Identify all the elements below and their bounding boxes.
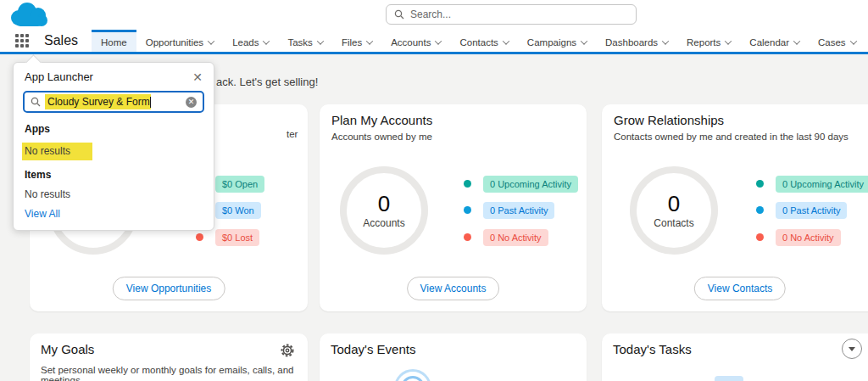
donut-label: Accounts (363, 217, 404, 229)
app-launcher-icon[interactable] (15, 34, 34, 49)
legend-dot-teal-icon (464, 180, 471, 188)
tab-leads[interactable]: Leads (223, 30, 278, 52)
apps-section-header: Apps (25, 123, 203, 135)
legend-row: 0 Past Activity (464, 201, 554, 219)
chevron-down-icon[interactable] (793, 37, 800, 44)
chevron-down-icon[interactable] (662, 37, 669, 44)
donut-label: Contacts (654, 217, 693, 229)
contacts-donut-chart: 0 Contacts (630, 166, 718, 255)
legend-row: 0 No Activity (464, 228, 548, 246)
search-icon (394, 9, 404, 20)
tab-opportunities[interactable]: Opportunities (136, 30, 223, 52)
tab-home[interactable]: Home (92, 30, 136, 52)
upcoming-activity-badge: 0 Upcoming Activity (776, 176, 868, 193)
card-subtitle: Accounts owned by me (331, 132, 432, 142)
items-section-header: Items (25, 169, 203, 181)
nav-tabs: Home Opportunities Leads Tasks Files Acc… (92, 30, 865, 52)
lost-amount-badge: $0 Lost (215, 229, 259, 246)
chevron-down-icon[interactable] (725, 37, 732, 44)
apps-no-results-text: No results (22, 143, 92, 160)
legend-row: 0 Upcoming Activity (756, 175, 868, 193)
tasks-menu-chevron-icon[interactable] (842, 339, 862, 359)
tab-accounts[interactable]: Accounts (381, 30, 450, 52)
won-amount-badge: $0 Won (215, 202, 261, 219)
clear-search-icon[interactable]: ✕ (186, 97, 197, 108)
upcoming-activity-badge: 0 Upcoming Activity (483, 176, 578, 193)
legend-dot-blue-icon (756, 206, 764, 214)
legend-dot-red-icon (756, 233, 764, 241)
tab-dashboards[interactable]: Dashboards (596, 30, 677, 52)
text-caret (150, 97, 151, 108)
card-title: Grow Relationships (614, 113, 724, 127)
chevron-down-icon[interactable] (263, 37, 270, 44)
legend-row: 0 Upcoming Activity (464, 175, 578, 193)
chevron-down-icon[interactable] (503, 37, 509, 44)
legend-dot-teal-icon (756, 180, 764, 188)
card-grow-relationships: Grow Relationships Contacts owned by me … (602, 104, 868, 311)
search-query-text: Cloudy Survey & Form (45, 94, 151, 109)
chevron-down-icon[interactable] (435, 37, 442, 44)
chevron-down-icon[interactable] (208, 37, 214, 44)
nav-bar: Sales Home Opportunities Leads Tasks Fil… (0, 30, 868, 54)
view-all-link[interactable]: View All (25, 208, 203, 220)
card-title: Plan My Accounts (331, 113, 432, 127)
events-illustration-icon (394, 369, 431, 381)
card-title: Today's Events (331, 342, 415, 356)
tab-cases[interactable]: Cases (809, 30, 865, 52)
accounts-donut-chart: 0 Accounts (340, 166, 428, 255)
card-todays-tasks: Today's Tasks (602, 333, 868, 381)
past-activity-badge: 0 Past Activity (483, 202, 554, 219)
legend-dot-red-icon (464, 233, 471, 241)
card-my-goals: My Goals Set personal weekly or monthly … (30, 333, 308, 381)
past-activity-badge: 0 Past Activity (776, 202, 847, 219)
top-header (0, 0, 868, 30)
app-launcher-search-input[interactable]: Cloudy Survey & Form ✕ (23, 91, 204, 113)
global-search-box[interactable] (386, 4, 637, 25)
donut-value: 0 (378, 192, 390, 216)
tasks-illustration (715, 376, 743, 381)
chevron-down-icon[interactable] (581, 37, 587, 44)
view-accounts-button[interactable]: View Accounts (407, 277, 500, 300)
donut-value: 0 (668, 192, 680, 216)
items-no-results-text: No results (25, 188, 203, 200)
no-activity-badge: 0 No Activity (483, 229, 548, 246)
tab-tasks[interactable]: Tasks (278, 30, 331, 52)
legend-row: $0 Lost (196, 228, 259, 246)
tab-calendar[interactable]: Calendar (740, 30, 809, 52)
current-app-name: Sales (44, 33, 78, 52)
app-launcher-popup: App Launcher ✕ Cloudy Survey & Form ✕ Ap… (13, 62, 214, 231)
no-activity-badge: 0 No Activity (776, 229, 841, 246)
legend-row: 0 No Activity (756, 228, 841, 246)
legend-dot-red-icon (196, 233, 203, 241)
chevron-down-icon[interactable] (366, 37, 373, 44)
tab-campaigns[interactable]: Campaigns (518, 30, 596, 52)
popup-title: App Launcher (25, 70, 93, 83)
legend-dot-blue-icon (464, 206, 471, 214)
gear-icon[interactable] (279, 342, 296, 359)
chevron-down-icon[interactable] (849, 37, 856, 44)
card-plan-my-accounts: Plan My Accounts Accounts owned by me 0 … (320, 104, 587, 311)
card-subtitle: Contacts owned by me and created in the … (614, 132, 849, 142)
card-title: Today's Tasks (613, 342, 692, 356)
chevron-down-icon[interactable] (317, 37, 324, 44)
tab-reports[interactable]: Reports (677, 30, 740, 52)
global-search-input[interactable] (410, 8, 628, 20)
search-icon (31, 97, 41, 107)
welcome-banner-text: ack. Let's get selling! (216, 76, 318, 88)
close-icon[interactable]: ✕ (192, 71, 203, 83)
card-subtitle: Set personal weekly or monthly goals for… (41, 365, 308, 381)
salesforce-logo-icon (7, 2, 49, 29)
card-title: My Goals (41, 342, 94, 356)
card-subtitle-fragment: ter (287, 129, 298, 139)
open-amount-badge: $0 Open (215, 176, 264, 193)
tab-files[interactable]: Files (332, 30, 381, 52)
tab-contacts[interactable]: Contacts (450, 30, 517, 52)
legend-row: 0 Past Activity (756, 201, 847, 219)
view-contacts-button[interactable]: View Contacts (694, 277, 786, 300)
card-todays-events: Today's Events (320, 333, 587, 381)
view-opportunities-button[interactable]: View Opportunities (113, 277, 225, 300)
